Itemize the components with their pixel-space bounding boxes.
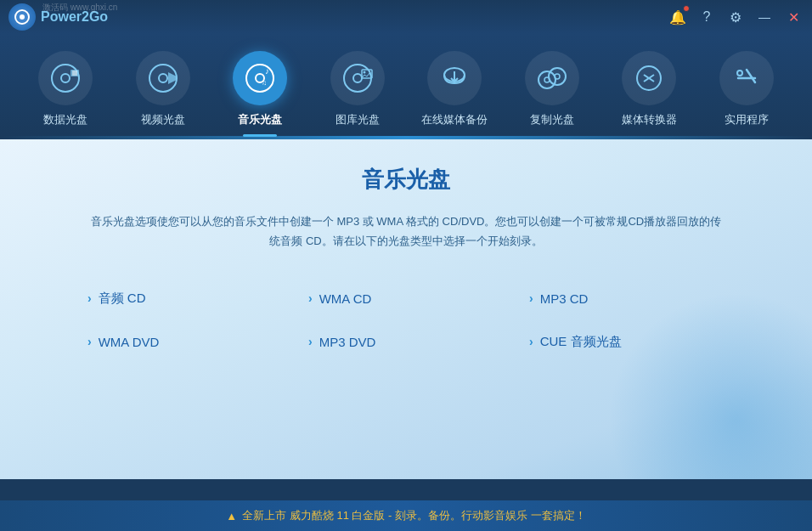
nav-item-media-converter[interactable]: 媒体转换器 bbox=[611, 51, 687, 136]
option-mp3-cd[interactable]: › MP3 CD bbox=[529, 285, 725, 312]
svg-point-21 bbox=[539, 71, 555, 88]
photo-disc-icon-wrap bbox=[330, 51, 385, 105]
label-audio-cd: 音频 CD bbox=[99, 291, 146, 307]
svg-point-11 bbox=[246, 65, 273, 92]
label-wma-dvd: WMA DVD bbox=[99, 335, 160, 349]
option-mp3-dvd[interactable]: › MP3 DVD bbox=[308, 329, 504, 355]
svg-point-16 bbox=[353, 74, 362, 82]
nav-item-data-disc[interactable]: 数据光盘 bbox=[27, 51, 104, 136]
nav-bar: 数据光盘 视频光盘 ♪ ♫ 音乐光 bbox=[0, 34, 812, 136]
svg-point-1 bbox=[20, 14, 25, 20]
nav-label-utilities: 实用程序 bbox=[725, 112, 769, 127]
logo-icon bbox=[8, 3, 36, 31]
nav-item-music-disc[interactable]: ♪ ♫ 音乐光盘 bbox=[222, 51, 298, 136]
nav-item-photo-disc[interactable]: 图库光盘 bbox=[319, 51, 396, 136]
option-audio-cd[interactable]: › 音频 CD bbox=[87, 285, 283, 312]
option-wma-dvd[interactable]: › WMA DVD bbox=[87, 329, 283, 355]
arrow-wma-dvd: › bbox=[87, 335, 92, 348]
option-wma-cd[interactable]: › WMA CD bbox=[308, 285, 504, 312]
online-backup-icon-wrap bbox=[427, 51, 482, 105]
notification-dot bbox=[683, 5, 690, 12]
footer-banner: ▲ 全新上市 威力酷烧 11 白金版 - 刻录。备份。行动影音娱乐 一套搞定！ bbox=[0, 500, 812, 531]
svg-point-9 bbox=[159, 74, 167, 82]
option-cue-audio[interactable]: › CUE 音频光盘 bbox=[529, 329, 725, 355]
footer-arrow-icon: ▲ bbox=[226, 510, 237, 523]
main-content: 音乐光盘 音乐光盘选项使您可以从您的音乐文件中创建一个 MP3 或 WMA 格式… bbox=[0, 139, 812, 479]
nav-label-photo-disc: 图库光盘 bbox=[336, 112, 380, 127]
label-mp3-cd: MP3 CD bbox=[540, 291, 589, 306]
label-wma-cd: WMA CD bbox=[319, 291, 372, 306]
arrow-cue-audio: › bbox=[529, 335, 533, 348]
svg-point-23 bbox=[549, 68, 566, 85]
svg-line-27 bbox=[747, 70, 755, 82]
arrow-mp3-dvd: › bbox=[308, 335, 313, 348]
page-title: 音乐光盘 bbox=[51, 165, 761, 195]
nav-item-copy-disc[interactable]: 复制光盘 bbox=[514, 51, 590, 136]
notification-button[interactable]: 🔔 bbox=[668, 7, 688, 27]
nav-label-music-disc: 音乐光盘 bbox=[238, 112, 282, 127]
arrow-wma-cd: › bbox=[308, 291, 313, 305]
svg-point-28 bbox=[737, 71, 742, 76]
help-button[interactable]: ? bbox=[696, 7, 717, 27]
close-button[interactable]: ✕ bbox=[783, 7, 804, 27]
svg-point-2 bbox=[52, 65, 79, 92]
data-disc-icon-wrap bbox=[38, 51, 93, 105]
video-disc-icon-wrap bbox=[136, 51, 190, 105]
label-mp3-dvd: MP3 DVD bbox=[319, 335, 376, 349]
utilities-icon-wrap bbox=[719, 51, 774, 105]
watermark: 激活码 www.ghxi.cn bbox=[42, 2, 117, 14]
svg-point-3 bbox=[61, 74, 70, 82]
minimize-button[interactable]: — bbox=[754, 7, 775, 27]
nav-item-utilities[interactable]: 实用程序 bbox=[708, 51, 785, 136]
label-cue-audio: CUE 音频光盘 bbox=[540, 334, 622, 350]
title-bar: Power2Go 激活码 www.ghxi.cn 🔔 ? ⚙ — ✕ bbox=[0, 0, 812, 34]
page-description: 音乐光盘选项使您可以从您的音乐文件中创建一个 MP3 或 WMA 格式的 CD/… bbox=[87, 212, 725, 251]
nav-label-online-backup: 在线媒体备份 bbox=[421, 112, 488, 127]
window-controls: 🔔 ? ⚙ — ✕ bbox=[668, 7, 804, 27]
arrow-audio-cd: › bbox=[87, 291, 92, 305]
svg-point-18 bbox=[363, 71, 365, 74]
svg-text:♫: ♫ bbox=[262, 79, 267, 87]
nav-items: 数据光盘 视频光盘 ♪ ♫ 音乐光 bbox=[0, 51, 812, 136]
nav-item-video-disc[interactable]: 视频光盘 bbox=[125, 51, 201, 136]
nav-label-video-disc: 视频光盘 bbox=[141, 112, 185, 127]
options-grid: › 音频 CD › WMA CD › MP3 CD › WMA DVD › MP… bbox=[87, 285, 725, 355]
nav-label-media-converter: 媒体转换器 bbox=[622, 112, 677, 127]
arrow-mp3-cd: › bbox=[529, 291, 533, 305]
nav-label-data-disc: 数据光盘 bbox=[43, 112, 87, 127]
footer-text: 全新上市 威力酷烧 11 白金版 - 刻录。备份。行动影音娱乐 一套搞定！ bbox=[242, 508, 585, 523]
nav-item-online-backup[interactable]: 在线媒体备份 bbox=[416, 51, 493, 136]
music-disc-icon-wrap: ♪ ♫ bbox=[233, 51, 287, 105]
svg-text:♪: ♪ bbox=[265, 66, 269, 76]
copy-disc-icon-wrap bbox=[525, 51, 579, 105]
nav-label-copy-disc: 复制光盘 bbox=[530, 112, 574, 127]
settings-button[interactable]: ⚙ bbox=[725, 7, 746, 27]
media-converter-icon-wrap bbox=[622, 51, 676, 105]
